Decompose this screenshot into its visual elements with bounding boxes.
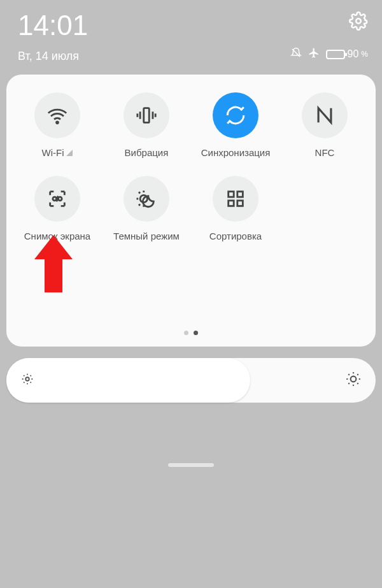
tile-nfc[interactable]: NFC xyxy=(280,92,369,158)
svg-point-0 xyxy=(356,18,361,24)
brightness-slider[interactable] xyxy=(6,358,376,403)
wifi-icon xyxy=(34,92,80,138)
brightness-low-icon xyxy=(20,372,34,389)
settings-button[interactable] xyxy=(349,11,368,33)
brightness-high-icon xyxy=(345,371,362,390)
sort-icon xyxy=(213,176,258,222)
brightness-fill xyxy=(6,358,250,403)
page-dot xyxy=(184,331,188,335)
tile-label: Темный режим xyxy=(113,231,180,241)
mute-icon xyxy=(290,47,302,61)
tile-label: NFC xyxy=(315,147,335,158)
svg-rect-8 xyxy=(229,201,234,206)
airplane-icon xyxy=(308,47,320,61)
signal-icon xyxy=(66,150,73,156)
status-bar: 14:01 Вт, 14 июля 90 % xyxy=(0,0,382,66)
sync-icon xyxy=(213,92,258,138)
svg-rect-7 xyxy=(237,192,243,197)
svg-point-3 xyxy=(53,197,57,201)
status-bar-left: 14:01 Вт, 14 июля xyxy=(18,11,88,63)
svg-point-10 xyxy=(25,377,29,381)
screenshot-icon xyxy=(34,176,80,222)
svg-point-4 xyxy=(58,197,62,201)
tile-label: Вибрация xyxy=(125,147,169,158)
tile-sort[interactable]: Сортировка xyxy=(191,176,280,241)
tile-label: Сортировка xyxy=(209,231,262,241)
page-indicator[interactable] xyxy=(13,331,369,335)
battery-percent: 90 xyxy=(348,48,359,60)
svg-point-1 xyxy=(57,122,59,124)
tile-dark-mode[interactable]: Темный режим xyxy=(102,176,191,241)
quick-settings-tiles: Wi-Fi Вибрация Синхронизация NFC xyxy=(13,92,369,241)
svg-rect-9 xyxy=(237,201,243,206)
tile-wifi[interactable]: Wi-Fi xyxy=(13,92,102,158)
tile-label: Wi-Fi xyxy=(42,147,73,158)
tile-label: Синхронизация xyxy=(201,147,271,158)
highlight-arrow xyxy=(34,235,73,292)
quick-settings-panel: Wi-Fi Вибрация Синхронизация NFC xyxy=(6,75,376,347)
dark-mode-icon xyxy=(124,176,169,222)
tile-screenshot[interactable]: Снимок экрана xyxy=(13,176,102,241)
clock: 14:01 xyxy=(18,11,88,39)
svg-rect-6 xyxy=(229,192,234,197)
svg-rect-2 xyxy=(144,108,150,123)
page-dot-active xyxy=(194,331,198,335)
panel-handle[interactable] xyxy=(168,463,214,467)
status-bar-right: 90 % xyxy=(290,11,368,61)
svg-point-11 xyxy=(351,376,357,382)
date: Вт, 14 июля xyxy=(18,50,88,63)
nfc-icon xyxy=(302,92,348,138)
battery-indicator: 90 % xyxy=(326,48,368,60)
battery-unit: % xyxy=(361,50,368,59)
status-icons: 90 % xyxy=(290,47,368,61)
tile-vibrate[interactable]: Вибрация xyxy=(102,92,191,158)
tile-sync[interactable]: Синхронизация xyxy=(191,92,280,158)
vibrate-icon xyxy=(124,92,169,138)
